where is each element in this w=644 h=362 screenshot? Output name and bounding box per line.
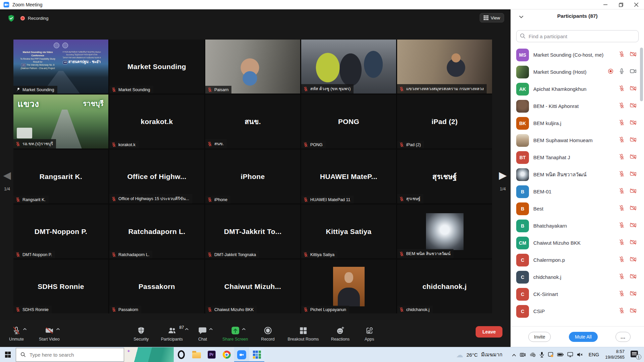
mic-muted-icon[interactable] xyxy=(619,51,625,59)
video-tile[interactable]: PONG PONG xyxy=(301,95,396,148)
video-tile[interactable]: Office of Highw... Office of Highways 15… xyxy=(109,149,204,203)
encryption-shield-icon[interactable] xyxy=(7,14,15,22)
video-off-icon[interactable] xyxy=(630,187,637,196)
share-screen-button[interactable]: Share Screen xyxy=(222,326,248,342)
participant-row[interactable]: BEM Suphawat Homueam xyxy=(511,132,644,149)
video-tile[interactable]: Ratchadaporn L. Ratchadaporn L. xyxy=(109,204,204,258)
video-tile[interactable]: สนข. สนข. xyxy=(205,95,300,148)
chevron-up-icon[interactable] xyxy=(184,327,189,331)
participants-button[interactable]: 87 Participants xyxy=(161,326,183,342)
more-options-button[interactable]: ... xyxy=(615,332,631,342)
clock[interactable]: 8:57 19/8/2565 xyxy=(605,349,625,360)
mic-muted-icon[interactable] xyxy=(619,222,625,230)
taskbar-search-input[interactable] xyxy=(30,352,124,358)
panel-collapse-chevron-icon[interactable] xyxy=(519,14,524,20)
video-tile[interactable]: Chaiwut Mizuh... Chaiwut Mizuho BKK xyxy=(205,259,300,313)
find-participant-input[interactable] xyxy=(516,30,639,42)
next-page-button[interactable]: ▶ xyxy=(497,170,508,181)
taskbar-file-explorer-icon[interactable] xyxy=(189,347,204,362)
breakout-rooms-button[interactable]: Breakout Rooms xyxy=(288,326,319,342)
video-off-icon[interactable] xyxy=(630,136,637,144)
weather-cloud-icon[interactable]: ☁ xyxy=(456,351,463,358)
mute-all-button[interactable]: Mute All xyxy=(569,332,598,342)
video-off-icon[interactable] xyxy=(630,290,637,298)
mic-muted-icon[interactable] xyxy=(619,256,625,264)
video-off-icon[interactable] xyxy=(630,51,637,59)
mic-muted-icon[interactable] xyxy=(619,85,625,93)
video-tile[interactable]: chidchanok.j chidchanok.j xyxy=(397,259,492,313)
participant-row[interactable]: BEM - Kitti Aphonrat xyxy=(511,98,644,115)
mic-muted-icon[interactable] xyxy=(619,290,625,298)
chat-button[interactable]: Chat xyxy=(195,326,210,342)
participant-row[interactable]: MS Market Sounding (Co-host, me) xyxy=(511,46,644,63)
participant-row[interactable]: B BEM-01 xyxy=(511,183,644,200)
video-off-icon[interactable] xyxy=(630,307,637,315)
video-tile[interactable]: Market Sounding via Video Conference To … xyxy=(13,40,108,94)
participant-row[interactable]: CM Chaiwut Mizuho BKK xyxy=(511,234,644,251)
chevron-up-icon[interactable] xyxy=(209,327,213,331)
taskbar-grid-app-icon[interactable] xyxy=(249,347,264,362)
mic-muted-icon[interactable] xyxy=(619,205,625,213)
participant-row[interactable]: Market Sounding (Host) xyxy=(511,63,644,80)
participant-row[interactable]: C Chalermpon.p xyxy=(511,251,644,268)
video-tile[interactable]: DMT-Jakkrit To... DMT-Jakkrit Tongnaka xyxy=(205,204,300,258)
tray-monitor-icon[interactable] xyxy=(567,352,573,357)
close-button[interactable] xyxy=(629,0,644,9)
mic-muted-icon[interactable] xyxy=(619,239,625,247)
minimize-button[interactable] xyxy=(598,0,613,9)
security-button[interactable]: Security xyxy=(133,326,149,342)
mic-muted-icon[interactable] xyxy=(619,188,625,195)
taskbar-opera-icon[interactable] xyxy=(174,347,189,362)
mic-muted-icon[interactable] xyxy=(619,136,625,144)
video-tile[interactable]: Kittiya Satiya Kittiya Satiya xyxy=(301,204,396,258)
video-off-icon[interactable] xyxy=(630,204,637,213)
video-off-icon[interactable] xyxy=(630,239,637,247)
mic-muted-icon[interactable] xyxy=(619,307,625,315)
reactions-button[interactable]: Reactions xyxy=(331,326,350,342)
previous-page-button[interactable]: ◀ xyxy=(1,170,13,181)
restore-button[interactable] xyxy=(613,0,629,9)
camera-icon[interactable] xyxy=(630,68,637,76)
notification-center-icon[interactable]: 1 xyxy=(631,351,641,359)
video-tile[interactable]: สุรเชษฐ์ สุรเชษฐ์ xyxy=(397,149,492,203)
language-indicator[interactable]: ENG xyxy=(589,352,599,357)
video-tile[interactable]: korakot.k korakot.k xyxy=(109,95,204,148)
video-tile[interactable]: iPhone iPhone xyxy=(205,149,300,203)
participant-row[interactable]: C chidchanok.j xyxy=(511,268,644,286)
participant-row[interactable]: BK BEM kuljira.j xyxy=(511,115,644,132)
mic-muted-icon[interactable] xyxy=(619,119,625,127)
participant-row[interactable]: B Bhatchayakarn xyxy=(511,217,644,234)
tray-expand-chevron-icon[interactable] xyxy=(512,352,516,358)
view-button[interactable]: View xyxy=(480,13,504,22)
leave-button[interactable]: Leave xyxy=(476,326,502,338)
tray-battery-icon[interactable] xyxy=(557,353,564,357)
video-off-icon[interactable] xyxy=(630,222,637,230)
tray-onedrive-icon[interactable] xyxy=(529,352,536,357)
mic-icon[interactable] xyxy=(619,68,625,76)
video-off-icon[interactable] xyxy=(630,102,637,110)
video-off-icon[interactable] xyxy=(630,273,637,281)
scrollbar-thumb[interactable] xyxy=(640,48,643,101)
unmute-button[interactable]: Unmute xyxy=(9,326,24,342)
video-off-icon[interactable] xyxy=(630,256,637,264)
weather-condition[interactable]: มีเมฆมาก xyxy=(481,351,502,359)
video-tile[interactable]: iPad (2) iPad (2) xyxy=(397,95,492,148)
start-video-button[interactable]: Start Video xyxy=(39,326,60,342)
video-tile[interactable]: DMT-Noppon P. DMT-Noppon P. xyxy=(13,204,108,258)
mic-muted-icon[interactable] xyxy=(619,102,625,110)
taskbar-zoom-icon[interactable] xyxy=(234,347,249,362)
invite-button[interactable]: Invite xyxy=(528,332,551,342)
mic-muted-icon[interactable] xyxy=(619,154,625,161)
video-tile[interactable]: Paisarn xyxy=(205,40,300,94)
tray-speaker-muted-icon[interactable] xyxy=(577,352,583,357)
participant-row[interactable]: BT BEM Tanaphat J xyxy=(511,149,644,166)
chevron-up-icon[interactable] xyxy=(23,327,27,331)
video-tile[interactable]: HUAWEI MateP... HUAWEI MatePad 11 xyxy=(301,149,396,203)
participant-row[interactable]: C CSiP xyxy=(511,303,644,320)
mic-muted-icon[interactable] xyxy=(619,273,625,281)
video-tile[interactable]: แขวงทางหลวงสมุทรสงคราม กรมทางหลวง xyxy=(397,40,492,94)
participant-row[interactable]: AK Apichat Khamkongkhun xyxy=(511,80,644,98)
weather-temperature[interactable]: 26°C xyxy=(467,352,478,358)
chevron-up-icon[interactable] xyxy=(56,327,60,331)
mic-muted-icon[interactable] xyxy=(619,171,625,178)
